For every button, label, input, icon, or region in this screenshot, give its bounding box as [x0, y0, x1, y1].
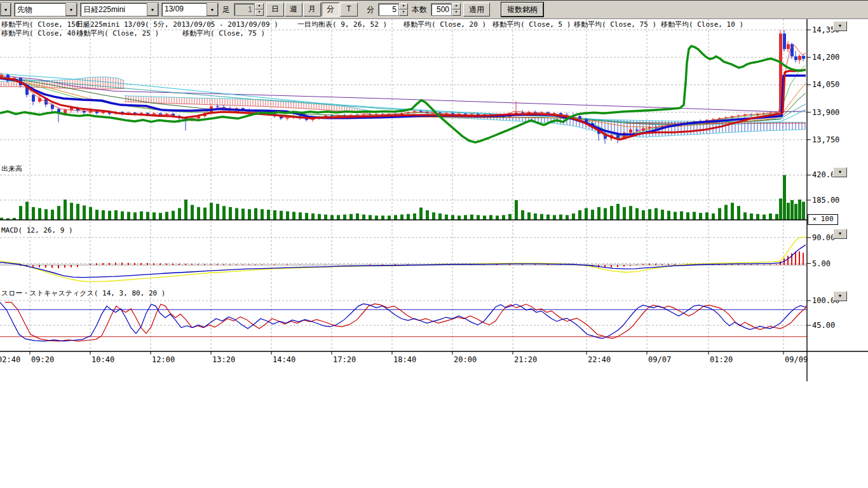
chevron-down-icon[interactable]: ▼ — [207, 3, 218, 16]
legend-item: 移動平均( Close, 75 ) — [182, 29, 265, 38]
bar-label: 足 — [221, 4, 231, 15]
volume-bar — [133, 212, 137, 220]
volume-bar — [496, 215, 499, 220]
volume-bar — [578, 210, 581, 220]
candle — [787, 44, 790, 49]
price-panel-dropdown-button[interactable]: ▼ — [833, 21, 847, 31]
stochastics-panel-title: スロー・ストキャスティクス( 14, 3, 80, 20 ) — [1, 288, 165, 298]
volume-bar — [394, 215, 397, 220]
volume-bar — [375, 215, 378, 220]
volume-bar — [787, 203, 790, 220]
volume-bar — [114, 210, 118, 220]
volume-bar — [458, 215, 461, 220]
volume-bar — [648, 209, 651, 220]
volume-bar — [356, 214, 359, 220]
volume-panel-title: 出来高 — [1, 164, 22, 173]
volume-bar — [604, 208, 607, 220]
chevron-down-icon[interactable]: ▼ — [147, 3, 158, 16]
volume-bar — [38, 208, 41, 220]
period-button-week[interactable]: 週 — [285, 3, 302, 17]
volume-panel-dropdown-button[interactable]: ▼ — [833, 167, 847, 177]
volume-bar — [623, 207, 626, 220]
volume-bar — [502, 215, 505, 220]
legend-item: 移動平均( Close, 40 ) — [1, 29, 84, 38]
spin-down-icon[interactable]: ▼ — [452, 10, 461, 16]
contract-month-select[interactable]: 13/09 ▼ — [161, 3, 219, 17]
minute-stepper[interactable]: 5 ▲▼ — [378, 3, 408, 16]
volume-bar — [267, 210, 270, 220]
bar-interval-stepper[interactable]: 1 ▲▼ — [234, 3, 264, 16]
period-button-tick[interactable]: T — [340, 3, 358, 17]
volume-bar — [540, 214, 543, 220]
volume-bar — [616, 204, 620, 220]
period-button-minute[interactable]: 分 — [322, 3, 339, 17]
volume-bar — [248, 209, 251, 220]
volume-bar — [83, 205, 86, 220]
volume-bar — [432, 212, 435, 220]
volume-bar — [280, 211, 283, 220]
security-type-select[interactable]: 先物 ▼ — [14, 3, 78, 17]
stochastics-panel-dropdown-button[interactable]: ▼ — [833, 291, 847, 301]
volume-bar — [76, 204, 79, 220]
axis-label: 14,200 — [812, 53, 839, 62]
volume-bar — [407, 214, 410, 220]
chart-area[interactable]: 14,35014,20014,05013,90013,750420.00185.… — [0, 0, 868, 488]
spin-up-icon[interactable]: ▲ — [399, 3, 408, 10]
spin-down-icon[interactable]: ▼ — [399, 10, 408, 16]
volume-bar — [572, 214, 575, 220]
volume-bar — [95, 210, 98, 220]
volume-bar — [70, 203, 73, 220]
volume-bar — [654, 208, 658, 220]
stoch-d-line — [5, 302, 806, 341]
volume-bar — [534, 214, 537, 220]
volume-bar — [127, 212, 130, 220]
axis-label: 14,050 — [812, 80, 839, 89]
axis-label: 90.00 — [812, 233, 835, 242]
minute-label: 分 — [365, 4, 376, 15]
symbol-select[interactable]: 日経225mini ▼ — [80, 3, 159, 17]
legend-item: 移動平均( Close, 75 ) — [574, 20, 656, 29]
volume-bar — [362, 215, 365, 220]
volume-bar — [64, 200, 67, 220]
bar-interval-value: 1 — [234, 3, 255, 16]
chevron-down-icon[interactable]: ▼ — [1, 3, 11, 16]
candle — [521, 112, 524, 113]
axis-label: 21:20 — [514, 355, 537, 364]
volume-bar — [191, 205, 194, 220]
period-button-month[interactable]: 月 — [303, 3, 321, 17]
spin-up-icon[interactable]: ▲ — [255, 3, 264, 10]
axis-label: 09:20 — [31, 355, 54, 364]
candle — [635, 130, 639, 130]
volume-bar — [559, 215, 562, 220]
volume-bar — [184, 200, 187, 220]
volume-bar — [464, 215, 467, 220]
spin-down-icon[interactable]: ▼ — [255, 10, 264, 16]
volume-bar — [343, 215, 346, 220]
axis-label: 09/09 — [785, 355, 808, 364]
volume-bar — [790, 200, 794, 220]
volume-bar — [779, 198, 782, 220]
axis-label: 01:20 — [710, 355, 733, 364]
macd-panel-dropdown-button[interactable]: ▼ — [833, 229, 847, 239]
multi-symbol-button[interactable]: 複数銘柄 — [501, 3, 543, 17]
volume-bar — [337, 215, 340, 220]
candle — [0, 75, 3, 77]
volume-bar — [508, 214, 512, 220]
volume-bar — [451, 215, 454, 220]
count-stepper[interactable]: 500 ▲▼ — [431, 3, 461, 16]
volume-bar — [674, 212, 677, 220]
volume-bar — [802, 201, 805, 220]
axis-label: 18:40 — [393, 355, 416, 364]
apply-button[interactable]: 適用 — [463, 3, 490, 17]
partial-combobox[interactable]: ▼ — [0, 3, 11, 17]
legend-item: 移動平均( Close, 5 ) — [492, 20, 571, 29]
volume-bar — [153, 212, 156, 220]
chevron-down-icon[interactable]: ▼ — [65, 3, 77, 16]
volume-bar — [546, 215, 550, 220]
volume-bar — [794, 204, 797, 220]
candle — [794, 57, 797, 60]
period-button-day[interactable]: 日 — [266, 3, 284, 17]
volume-bar — [197, 207, 200, 220]
volume-multiplier-badge: × 100 — [808, 214, 838, 225]
spin-up-icon[interactable]: ▲ — [452, 3, 461, 10]
